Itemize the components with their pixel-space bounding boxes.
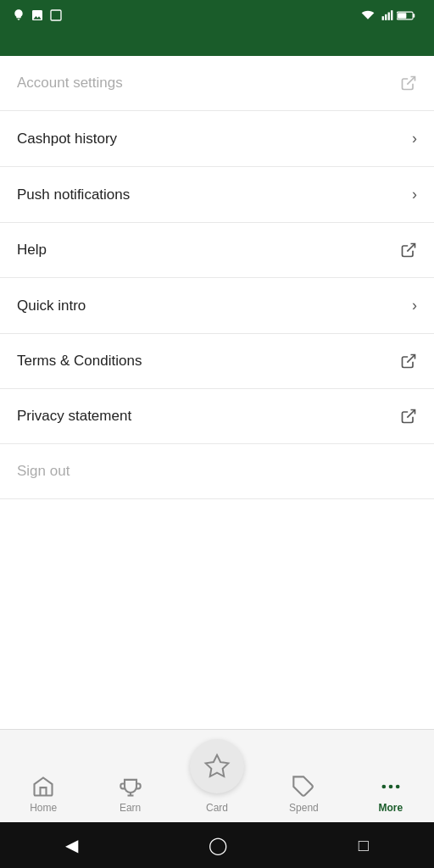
menu-item-cashpot-history[interactable]: Cashpot history›	[0, 111, 434, 167]
chevron-right-icon: ›	[412, 130, 417, 147]
svg-rect-2	[385, 14, 387, 20]
nav-label-earn: Earn	[120, 802, 141, 814]
menu-item-label-cashpot-history: Cashpot history	[17, 131, 117, 147]
external-link-icon	[400, 408, 417, 425]
menu-item-label-account-settings: Account settings	[17, 75, 123, 92]
home-button[interactable]: ◯	[209, 835, 227, 855]
home-icon	[31, 775, 55, 798]
menu-item-label-terms-conditions: Terms & Conditions	[17, 353, 142, 370]
back-button[interactable]: ◀	[65, 835, 78, 855]
notification-icon	[12, 8, 25, 22]
earn-icon	[119, 775, 142, 798]
status-icons	[12, 8, 63, 22]
svg-rect-3	[388, 13, 390, 20]
more-icon	[379, 775, 403, 798]
menu-item-account-settings: Account settings	[0, 56, 434, 111]
svg-rect-7	[413, 14, 415, 17]
menu-item-label-help: Help	[17, 242, 47, 259]
menu-item-sign-out: Sign out	[0, 444, 434, 499]
status-info	[361, 9, 422, 21]
menu-item-push-notifications[interactable]: Push notifications›	[0, 167, 434, 223]
chevron-right-icon: ›	[412, 186, 417, 203]
bottom-nav: Home Earn Card Spend More	[0, 729, 434, 822]
svg-point-14	[381, 785, 386, 789]
nav-item-earn[interactable]: Earn	[86, 775, 173, 817]
external-link-icon	[400, 242, 417, 259]
wifi-icon	[361, 9, 375, 21]
menu-item-label-privacy-statement: Privacy statement	[17, 408, 131, 425]
svg-marker-12	[206, 755, 229, 776]
nav-item-spend[interactable]: Spend	[260, 775, 347, 817]
nav-label-home: Home	[30, 802, 57, 814]
svg-line-8	[407, 77, 415, 85]
svg-point-15	[388, 785, 392, 789]
more-dots-icon	[379, 775, 403, 798]
menu-item-terms-conditions[interactable]: Terms & Conditions	[0, 334, 434, 389]
svg-rect-0	[51, 10, 61, 20]
svg-rect-6	[398, 13, 406, 19]
nav-item-more[interactable]: More	[348, 775, 434, 817]
signal-icon	[381, 9, 393, 21]
nav-item-home[interactable]: Home	[0, 775, 86, 817]
svg-line-10	[407, 355, 415, 363]
menu-item-label-quick-intro: Quick intro	[17, 298, 86, 314]
menu-item-quick-intro[interactable]: Quick intro›	[0, 278, 434, 334]
svg-rect-1	[382, 16, 384, 20]
status-bar	[0, 0, 434, 31]
menu-list: Account settings Cashpot history›Push no…	[0, 56, 434, 729]
nav-label-spend: Spend	[289, 802, 319, 814]
nav-label-card: Card	[206, 802, 228, 814]
card-circle	[190, 739, 244, 793]
svg-rect-4	[391, 10, 392, 20]
system-nav-bar: ◀ ◯ □	[0, 822, 434, 868]
image-icon	[31, 8, 44, 22]
menu-item-help[interactable]: Help	[0, 223, 434, 278]
menu-item-label-sign-out: Sign out	[17, 463, 70, 480]
external-link-icon	[400, 75, 417, 92]
svg-line-11	[407, 410, 415, 418]
nav-item-card[interactable]: Card	[174, 814, 260, 817]
svg-point-16	[396, 785, 400, 789]
page-header	[0, 31, 434, 56]
chevron-right-icon: ›	[412, 297, 417, 314]
square-icon	[49, 8, 63, 22]
svg-line-9	[407, 244, 415, 252]
recents-button[interactable]: □	[359, 836, 369, 855]
menu-item-privacy-statement[interactable]: Privacy statement	[0, 389, 434, 444]
spend-icon	[292, 775, 315, 798]
battery-icon	[397, 10, 415, 21]
nav-label-more: More	[378, 802, 403, 814]
external-link-icon	[400, 353, 417, 370]
menu-item-label-push-notifications: Push notifications	[17, 186, 130, 203]
